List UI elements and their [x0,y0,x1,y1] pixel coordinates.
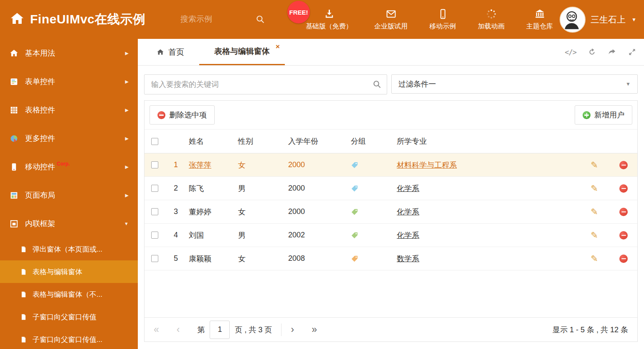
sidebar-subitem-5[interactable]: 子窗口向父窗口传值... [0,328,138,349]
header-nav-item-3[interactable]: 移动示例 [428,8,458,31]
delete-icon[interactable] [619,231,628,239]
header-search[interactable] [180,12,269,28]
header-nav-item-1[interactable]: 基础版（免费） [304,8,354,31]
sidebar-item-6[interactable]: 页面布局▶ [0,181,138,209]
row-name-cell: 张萍萍 [182,160,231,170]
grid-toolbar: 删除选中项 新增用户 [145,101,637,129]
row-edit-cell: ✎ [579,207,610,216]
select-all-checkbox[interactable] [151,138,158,145]
row-checkbox[interactable] [151,232,158,239]
sidebar-subitem-label: 表格与编辑窗体 [33,267,82,277]
tag-icon [351,208,358,216]
file-icon [20,313,27,321]
source-code-icon[interactable]: </> [565,48,576,56]
last-page-button[interactable]: » [312,325,317,334]
search-icon[interactable] [372,79,382,89]
keyword-search-input[interactable] [150,75,369,94]
sidebar-item-4[interactable]: 更多控件▶ [0,124,138,153]
row-name-cell: 董婷婷 [182,207,231,217]
tab-label: 首页 [168,47,184,58]
controls-icon [9,134,19,143]
prev-page-button[interactable]: ‹ [177,325,180,334]
row-check-cell [145,161,165,168]
sidebar-item-5[interactable]: 移动控件Corp.▶ [0,153,138,181]
header-nav-item-4[interactable]: 加载动画 [476,8,506,31]
sidebar-item-label: 页面布局 [25,190,55,200]
delete-selected-button[interactable]: 删除选中项 [150,105,215,125]
major-link[interactable]: 数学系 [397,254,419,264]
major-link[interactable]: 材料科学与工程系 [397,160,457,170]
filter-dropdown[interactable]: 过滤条件一 ▼ [391,74,638,94]
row-delete-cell [610,184,637,193]
tab-strip-actions: </> [565,39,636,65]
frame-icon [9,219,19,229]
page-number-input[interactable] [210,321,230,339]
bank-icon [534,8,545,20]
table-row[interactable]: 3董婷婷女2000化学系✎ [145,200,637,224]
row-year: 2008 [281,254,343,263]
sidebar-subitem-2[interactable]: 表格与编辑窗体 [0,260,138,283]
col-major: 所学专业 [390,136,579,146]
sidebar-subitem-4[interactable]: 子窗口向父窗口传值 [0,306,138,328]
student-name[interactable]: 张萍萍 [189,160,211,170]
sidebar-subitem-label: 弹出窗体（本页面或... [33,245,102,254]
delete-icon[interactable] [619,208,628,216]
edit-icon[interactable]: ✎ [591,231,598,239]
tab-grid-edit-window[interactable]: 表格与编辑窗体 × [199,39,285,65]
home-icon [156,48,165,56]
page-total-label: 页 , 共 3 页 [235,325,272,335]
row-edit-cell: ✎ [579,184,610,193]
student-name: 康颖颖 [189,254,211,264]
table-row[interactable]: 4刘国男2002化学系✎ [145,224,637,247]
sidebar-subitem-1[interactable]: 弹出窗体（本页面或... [0,238,138,260]
table-row[interactable]: 1张萍萍女2000材料科学与工程系✎ [145,153,637,177]
row-checkbox[interactable] [151,255,158,262]
sidebar-subitem-3[interactable]: 表格与编辑窗体（不... [0,283,138,306]
table-row[interactable]: 2陈飞男2000化学系✎ [145,177,637,200]
nav-item-label: 基础版（免费） [306,22,352,31]
tab-home[interactable]: 首页 [150,39,190,65]
refresh-icon[interactable] [588,48,596,56]
sidebar-item-label: 基本用法 [25,48,55,58]
edit-icon[interactable]: ✎ [591,184,598,193]
expand-icon[interactable] [628,48,636,56]
chevron-down-icon: ▼ [631,17,636,23]
edit-icon[interactable]: ✎ [591,160,598,169]
major-link[interactable]: 化学系 [397,207,419,217]
header-nav-item-2[interactable]: 企业版试用 [373,8,409,31]
delete-icon[interactable] [619,161,628,169]
row-number: 2 [165,184,182,193]
row-name-cell: 刘国 [182,230,231,240]
chevron-right-icon: ▶ [125,193,129,198]
avatar[interactable] [560,7,586,33]
major-link[interactable]: 化学系 [397,230,419,240]
sidebar-item-7[interactable]: 内联框架▼ [0,209,138,238]
grid-panel: 删除选中项 新增用户 姓名 性别 入学年份 分组 所学专业 [144,100,638,342]
home-logo-icon[interactable] [9,11,25,27]
major-link[interactable]: 化学系 [397,183,419,194]
table-row[interactable]: 5康颖颖女2008数学系✎ [145,247,637,270]
row-checkbox[interactable] [151,185,158,192]
share-icon[interactable] [608,48,616,56]
header-search-input[interactable] [180,12,248,27]
search-icon[interactable] [255,14,265,24]
user-menu[interactable]: 三生石上 ▼ [560,7,636,33]
delete-icon[interactable] [619,184,628,193]
next-page-button[interactable]: › [291,325,294,334]
edit-icon[interactable]: ✎ [591,254,598,263]
close-icon[interactable]: × [276,43,280,50]
edit-icon[interactable]: ✎ [591,207,598,216]
header-nav-item-5[interactable]: 主题仓库 [525,8,555,31]
row-checkbox[interactable] [151,161,158,168]
first-page-button[interactable]: « [154,325,159,334]
sidebar-item-label: 表格控件 [25,105,55,115]
sidebar-item-2[interactable]: 表单控件▶ [0,67,138,96]
row-checkbox[interactable] [151,208,158,215]
sidebar-item-1[interactable]: 基本用法▶ [0,39,138,67]
sidebar-item-3[interactable]: 表格控件▶ [0,96,138,124]
table-icon [9,105,19,115]
filter-row: 过滤条件一 ▼ [144,74,638,94]
add-user-button[interactable]: 新增用户 [575,105,632,125]
delete-icon[interactable] [619,255,628,263]
row-delete-cell [610,161,637,169]
